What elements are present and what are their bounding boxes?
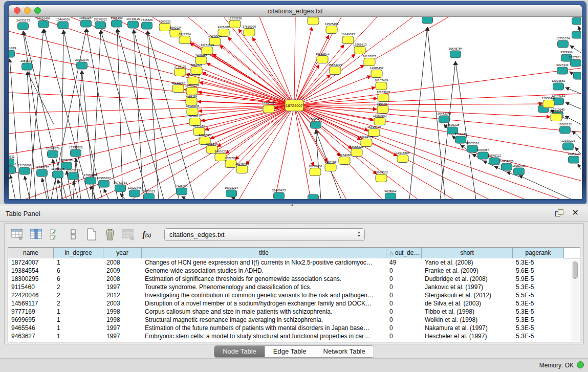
- close-panel-icon[interactable]: ✕: [572, 208, 579, 217]
- graph-node[interactable]: [339, 157, 350, 165]
- graph-node[interactable]: [38, 20, 49, 28]
- red-citation-edge[interactable]: [239, 105, 294, 199]
- column-header-title[interactable]: title: [142, 248, 386, 258]
- red-citation-edge[interactable]: [226, 105, 294, 154]
- table-cell[interactable]: 9465546: [8, 324, 54, 332]
- table-cell[interactable]: Embryonic stem cells: a model to study s…: [142, 332, 386, 340]
- table-cell[interactable]: 9699695: [8, 316, 54, 324]
- table-cell[interactable]: 2: [54, 291, 103, 299]
- table-cell[interactable]: Yano et al. (2008): [422, 258, 513, 267]
- citation-edge[interactable]: [27, 72, 54, 124]
- graph-node[interactable]: [99, 180, 110, 187]
- graph-node[interactable]: [377, 106, 388, 114]
- graph-node[interactable]: [81, 20, 92, 27]
- table-cell[interactable]: 1: [54, 308, 103, 316]
- column-header-year[interactable]: year: [103, 248, 142, 258]
- table-row[interactable]: 2242004622012Investigating the contribut…: [8, 291, 580, 299]
- select-column-button[interactable]: [28, 226, 45, 243]
- table-cell[interactable]: 19384554: [8, 267, 54, 275]
- table-cell[interactable]: 2008: [103, 258, 142, 267]
- graph-node[interactable]: [9, 159, 14, 166]
- table-cell[interactable]: Tourette syndrome. Phenomenology and cla…: [142, 283, 386, 291]
- red-citation-edge[interactable]: [275, 105, 294, 199]
- zoom-window-button[interactable]: [34, 7, 41, 14]
- table-cell[interactable]: 5.3E-5: [513, 258, 564, 267]
- graph-node[interactable]: [376, 174, 387, 182]
- graph-node[interactable]: [308, 194, 319, 199]
- table-cell[interactable]: 0: [386, 275, 422, 283]
- citation-edge[interactable]: [565, 102, 581, 109]
- graph-node[interactable]: [569, 156, 579, 163]
- table-cell[interactable]: 0: [386, 308, 422, 316]
- float-panel-icon[interactable]: [555, 209, 563, 216]
- graph-node[interactable]: [317, 56, 328, 63]
- table-cell[interactable]: 1998: [103, 308, 142, 316]
- scrollbar-thumb[interactable]: [573, 261, 578, 279]
- red-citation-edge[interactable]: [294, 17, 295, 105]
- delete-column-button[interactable]: [102, 226, 118, 243]
- graph-node[interactable]: [326, 26, 337, 34]
- table-cell[interactable]: 0: [386, 316, 422, 324]
- table-cell[interactable]: 1: [54, 324, 103, 332]
- citation-edge[interactable]: [117, 29, 123, 199]
- red-citation-edge[interactable]: [294, 105, 550, 117]
- table-cell[interactable]: Genome-wide association studies in ADHD.: [142, 267, 386, 275]
- delete-table-button[interactable]: x: [120, 226, 137, 243]
- graph-node[interactable]: [489, 158, 500, 165]
- citation-edge[interactable]: [182, 196, 187, 199]
- citation-edge[interactable]: [578, 164, 581, 169]
- tab-edge-table[interactable]: Edge Table: [265, 346, 315, 357]
- table-cell[interactable]: Jankovic et al. (1997): [422, 283, 513, 291]
- table-cell[interactable]: Nakamura et al. (1997): [422, 324, 513, 332]
- table-cell[interactable]: 5.6E-5: [513, 267, 564, 275]
- graph-node[interactable]: [177, 188, 187, 195]
- citation-edge[interactable]: [42, 178, 47, 199]
- function-builder-button[interactable]: f(x): [139, 226, 155, 243]
- graph-node[interactable]: [175, 69, 186, 76]
- table-selector-dropdown[interactable]: citations_edges.txt ▲▼: [164, 228, 365, 241]
- graph-node[interactable]: [229, 20, 241, 28]
- graph-node[interactable]: [226, 190, 237, 197]
- table-cell[interactable]: 5.3E-5: [513, 308, 564, 316]
- table-cell[interactable]: 0: [386, 324, 422, 332]
- table-row[interactable]: 969969511998Structural magnetic resonanc…: [8, 316, 580, 324]
- red-citation-edge[interactable]: [294, 35, 329, 105]
- graph-node[interactable]: [112, 20, 122, 27]
- network-canvas[interactable]: 2403557320691406194040561065328715276022…: [9, 17, 582, 199]
- graph-node[interactable]: [572, 31, 581, 38]
- graph-node[interactable]: [342, 36, 354, 44]
- table-cell[interactable]: 2: [54, 299, 103, 308]
- graph-node[interactable]: [310, 168, 321, 176]
- red-citation-edge[interactable]: [294, 105, 490, 199]
- table-cell[interactable]: 9463627: [8, 332, 54, 340]
- graph-node[interactable]: [478, 152, 489, 159]
- table-cell[interactable]: 5.3E-5: [513, 332, 564, 340]
- show-columns-button[interactable]: ✓✓: [47, 226, 63, 243]
- column-header-in_degree[interactable]: in_degree: [54, 248, 103, 258]
- table-cell[interactable]: 2008: [103, 275, 142, 283]
- graph-node[interactable]: [571, 59, 581, 67]
- graph-node[interactable]: [330, 67, 341, 75]
- table-cell[interactable]: 9115460: [8, 283, 54, 291]
- column-header-out_de[interactable]: △out_de…: [386, 248, 422, 258]
- graph-node[interactable]: [95, 21, 106, 29]
- red-citation-edge[interactable]: [9, 105, 294, 113]
- table-cell[interactable]: Estimation of significance thresholds fo…: [142, 275, 386, 283]
- table-cell[interactable]: Hescheler et al. (1997): [422, 332, 513, 340]
- table-cell[interactable]: 9777169: [8, 308, 54, 316]
- citation-edge[interactable]: [10, 59, 20, 199]
- graph-node[interactable]: [376, 82, 387, 90]
- red-citation-edge[interactable]: [259, 17, 294, 105]
- graph-node[interactable]: [142, 22, 153, 29]
- citation-edge[interactable]: [134, 30, 143, 199]
- table-cell[interactable]: 5.3E-5: [513, 316, 564, 324]
- graph-node[interactable]: [455, 136, 466, 143]
- graph-node[interactable]: [179, 36, 190, 44]
- table-cell[interactable]: 0: [386, 283, 422, 291]
- red-citation-edge[interactable]: [294, 105, 581, 181]
- citation-edge[interactable]: [10, 175, 15, 199]
- red-citation-edge[interactable]: [246, 105, 294, 165]
- table-cell[interactable]: Structural magnetic resonance image aver…: [142, 316, 386, 324]
- table-cell[interactable]: 1: [54, 332, 103, 340]
- graph-node[interactable]: [115, 185, 126, 192]
